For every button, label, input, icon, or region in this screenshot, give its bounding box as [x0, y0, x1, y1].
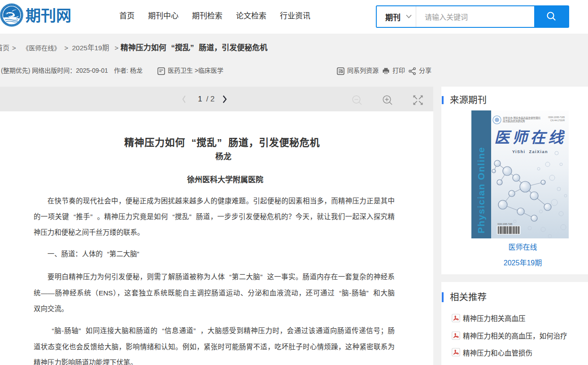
- svg-text:ISSN 2095-7165: ISSN 2095-7165: [548, 116, 565, 119]
- svg-text:医师在线: 医师在线: [494, 129, 566, 146]
- svg-text:南方医药经济研究所: 南方医药经济研究所: [503, 119, 525, 123]
- svg-text:ISSN 2095-7165: ISSN 2095-7165: [497, 223, 513, 225]
- svg-text:YiShi ZaiXian: YiShi ZaiXian: [512, 150, 548, 154]
- svg-text:CN 44-1700/R: CN 44-1700/R: [550, 119, 565, 122]
- svg-text:Physician Online: Physician Online: [476, 147, 486, 233]
- svg-text:主管主办 国家食品药品监督管理局: 主管主办 国家食品药品监督管理局: [503, 116, 540, 120]
